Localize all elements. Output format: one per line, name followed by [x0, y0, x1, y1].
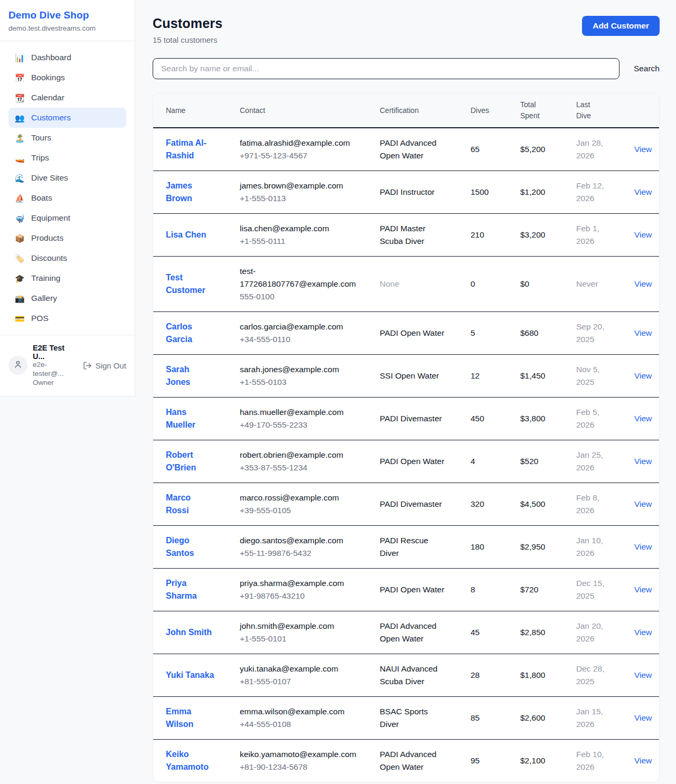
credit-card-icon: 💳 [15, 315, 24, 323]
people-icon: 👥 [15, 114, 24, 122]
sidebar-item-products[interactable]: 📦Products [8, 228, 126, 248]
column-header-last-dive: Last Dive [564, 93, 622, 128]
customer-dives: 320 [458, 483, 508, 526]
table-row: Carlos Garcia carlos.garcia@example.com … [153, 312, 660, 355]
view-customer-link[interactable]: View [634, 713, 652, 722]
bar-chart-icon: 📊 [15, 54, 24, 62]
view-customer-link[interactable]: View [634, 279, 652, 288]
customer-phone: +44-555-0108 [240, 718, 354, 731]
customer-name-link[interactable]: Sarah Jones [166, 365, 190, 386]
customer-name-link[interactable]: Diego Santos [166, 536, 194, 558]
view-customer-link[interactable]: View [634, 670, 652, 679]
search-input[interactable] [153, 58, 619, 79]
customer-certification: NAUI Advanced Scuba Diver [367, 654, 458, 697]
customer-dives: 180 [458, 526, 508, 569]
customer-phone: +81-555-0107 [240, 675, 354, 688]
sidebar-item-dashboard[interactable]: 📊Dashboard [8, 48, 126, 68]
customer-name-link[interactable]: Marco Rossi [166, 493, 191, 515]
customer-email: james.brown@example.com [240, 180, 354, 192]
column-header-name: Name [153, 93, 227, 128]
column-header-certification: Certification [367, 93, 458, 128]
customer-phone: +1-555-0101 [240, 632, 354, 645]
customer-total-spent: $1,450 [508, 355, 564, 398]
view-customer-link[interactable]: View [634, 145, 652, 154]
customer-total-spent: $1,200 [508, 171, 564, 214]
logout-icon [83, 361, 92, 370]
table-header-row: Name Contact Certification Dives Total S… [153, 93, 660, 128]
customer-phone: +34-555-0110 [240, 333, 354, 346]
sidebar-item-boats[interactable]: ⛵Boats [8, 188, 126, 208]
customer-phone: +1-555-0113 [240, 192, 354, 205]
sidebar-item-training[interactable]: 🎓Training [8, 268, 126, 288]
sidebar-item-discounts[interactable]: 🏷️Discounts [8, 248, 126, 268]
view-customer-link[interactable]: View [634, 628, 652, 637]
sign-out-button[interactable]: Sign Out [83, 361, 126, 370]
person-icon [13, 360, 23, 371]
view-customer-link[interactable]: View [634, 585, 652, 594]
customer-total-spent: $4,500 [508, 483, 564, 526]
customer-name-link[interactable]: Hans Mueller [166, 408, 195, 429]
customers-table: Name Contact Certification Dives Total S… [153, 93, 660, 782]
sidebar-item-label: Customers [31, 113, 71, 122]
sidebar-item-label: Gallery [31, 294, 57, 303]
sidebar-item-label: Trips [31, 153, 49, 163]
sidebar-item-pos[interactable]: 💳POS [8, 308, 126, 328]
sidebar-item-gallery[interactable]: 📸Gallery [8, 288, 126, 308]
view-customer-link[interactable]: View [634, 414, 652, 423]
customer-phone: +1-555-0111 [240, 235, 354, 248]
customer-name-link[interactable]: Robert O'Brien [166, 450, 196, 472]
customer-email: priya.sharma@example.com [240, 577, 354, 590]
view-customer-link[interactable]: View [634, 499, 652, 508]
sidebar-item-calendar[interactable]: 📆Calendar [8, 88, 126, 108]
table-row: Keiko Yamamoto keiko.yamamoto@example.co… [153, 740, 660, 782]
customer-dives: 45 [458, 611, 508, 654]
customer-last-dive: Feb 5, 2026 [564, 398, 622, 440]
sidebar-item-bookings[interactable]: 📅Bookings [8, 68, 126, 88]
sidebar-item-tours[interactable]: 🏝️Tours [8, 128, 126, 148]
customer-name-link[interactable]: John Smith [166, 628, 212, 637]
sailboat-icon: ⛵ [15, 194, 24, 202]
table-row: Fatima Al-Rashid fatima.alrashid@example… [153, 128, 660, 171]
customer-name-link[interactable]: Priya Sharma [166, 579, 197, 600]
view-customer-link[interactable]: View [634, 371, 652, 380]
customer-total-spent: $2,600 [508, 697, 564, 740]
customer-last-dive: Dec 28, 2025 [564, 654, 622, 697]
customer-total-spent: $3,800 [508, 398, 564, 440]
customers-table-body: Fatima Al-Rashid fatima.alrashid@example… [153, 128, 660, 782]
customer-name-link[interactable]: Lisa Chen [166, 230, 206, 239]
customer-dives: 95 [458, 740, 508, 782]
customer-total-spent: $2,950 [508, 526, 564, 569]
add-customer-button[interactable]: Add Customer [582, 16, 660, 36]
shop-header: Demo Dive Shop demo.test.divestreams.com [0, 0, 135, 41]
customer-name-link[interactable]: Keiko Yamamoto [166, 750, 209, 771]
view-customer-link[interactable]: View [634, 457, 652, 466]
search-button[interactable]: Search [619, 64, 660, 73]
customer-name-link[interactable]: Yuki Tanaka [166, 670, 214, 679]
table-row: Marco Rossi marco.rossi@example.com +39-… [153, 483, 660, 526]
sidebar-item-trips[interactable]: 🚤Trips [8, 148, 126, 168]
view-customer-link[interactable]: View [634, 187, 652, 196]
sidebar-item-equipment[interactable]: 🤿Equipment [8, 208, 126, 228]
customer-total-spent: $720 [508, 569, 564, 611]
customer-last-dive: Jan 20, 2026 [564, 611, 622, 654]
customer-name-link[interactable]: Carlos Garcia [166, 322, 192, 344]
customer-name-link[interactable]: Emma Wilson [166, 707, 193, 729]
customer-email: emma.wilson@example.com [240, 705, 354, 718]
customer-name-link[interactable]: James Brown [166, 181, 192, 203]
sidebar-item-dive-sites[interactable]: 🌊Dive Sites [8, 168, 126, 188]
page-title-block: Customers 15 total customers [153, 16, 222, 44]
search-row: Search [153, 58, 660, 79]
sidebar-item-customers[interactable]: 👥Customers [8, 108, 126, 128]
view-customer-link[interactable]: View [634, 542, 652, 551]
view-customer-link[interactable]: View [634, 230, 652, 239]
customer-certification: SSI Open Water [367, 355, 458, 398]
sidebar: Demo Dive Shop demo.test.divestreams.com… [0, 0, 135, 396]
view-customer-link[interactable]: View [634, 328, 652, 337]
customer-dives: 4 [458, 440, 508, 483]
view-customer-link[interactable]: View [634, 756, 652, 765]
customer-certification: PADI Advanced Open Water [367, 740, 458, 782]
customer-name-link[interactable]: Fatima Al-Rashid [166, 138, 206, 160]
page-header: Customers 15 total customers Add Custome… [153, 16, 660, 44]
customer-name-link[interactable]: Test Customer [166, 273, 205, 295]
shop-name[interactable]: Demo Dive Shop [8, 10, 126, 21]
